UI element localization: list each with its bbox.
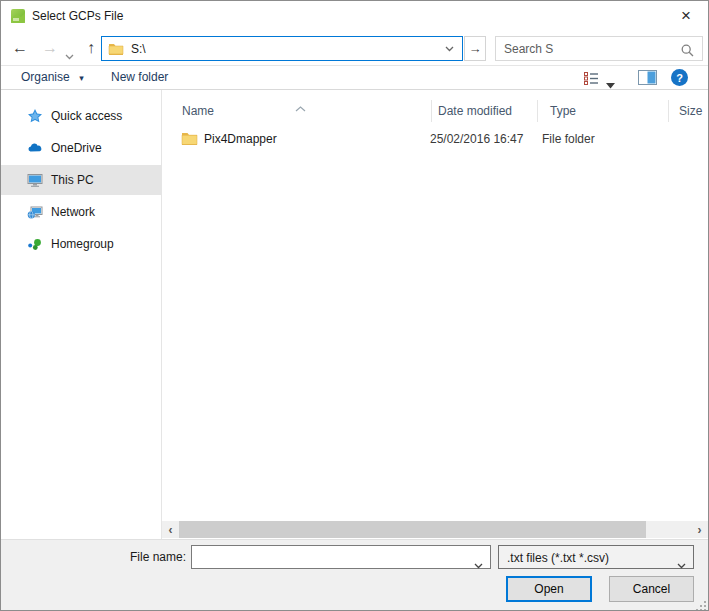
sidebar-item-quick-access[interactable]: Quick access (1, 101, 161, 131)
help-button[interactable]: ? (671, 69, 688, 86)
organise-label: Organise (21, 70, 70, 84)
file-name-label: File name: (96, 550, 186, 564)
open-button[interactable]: Open (506, 576, 592, 602)
column-header-name[interactable]: Name (182, 104, 214, 118)
go-button[interactable]: → (464, 36, 486, 61)
address-chevron-icon[interactable] (445, 46, 454, 52)
network-icon (27, 204, 43, 220)
folder-icon (108, 42, 124, 55)
cancel-button[interactable]: Cancel (609, 576, 694, 602)
monitor-icon (27, 172, 43, 188)
preview-pane-icon[interactable] (638, 70, 657, 89)
scroll-left-icon[interactable]: ‹ (162, 521, 179, 538)
column-divider[interactable] (668, 100, 669, 122)
view-options-caret-icon[interactable] (606, 75, 615, 93)
new-folder-label: New folder (111, 70, 168, 84)
forward-button[interactable]: → (37, 31, 63, 65)
scrollbar-thumb[interactable] (179, 521, 646, 538)
star-icon (27, 108, 43, 124)
sidebar-item-label: This PC (51, 165, 94, 195)
column-header-size[interactable]: Size (679, 104, 702, 118)
file-name: Pix4Dmapper (204, 132, 277, 146)
sidebar-item-label: Homegroup (51, 229, 114, 259)
select-gcps-dialog: Select GCPs File × ← → ↑ S:\ → (0, 0, 709, 611)
close-button[interactable]: × (664, 1, 708, 31)
view-options-icon[interactable] (584, 71, 599, 89)
app-icon (10, 8, 26, 24)
search-box[interactable] (495, 36, 703, 61)
homegroup-icon (27, 236, 43, 252)
file-type-combobox[interactable]: .txt files (*.txt *.csv) (498, 545, 694, 569)
file-name-input[interactable] (192, 546, 490, 568)
sidebar-item-onedrive[interactable]: OneDrive (1, 133, 161, 163)
file-type: File folder (542, 132, 595, 146)
address-text: S:\ (131, 42, 146, 56)
sidebar: Quick access OneDrive This PC (1, 90, 161, 539)
folder-icon (181, 131, 198, 149)
up-button[interactable]: ↑ (79, 31, 103, 65)
sidebar-item-label: Quick access (51, 101, 122, 131)
new-folder-button[interactable]: New folder (111, 65, 168, 89)
footer-panel: File name: .txt files (*.txt *.csv) Open… (1, 539, 708, 611)
window-title: Select GCPs File (32, 9, 123, 23)
cloud-icon (27, 140, 43, 156)
sidebar-item-label: OneDrive (51, 133, 102, 163)
organise-button[interactable]: Organise ▾ (21, 65, 84, 89)
file-name-combobox[interactable] (191, 545, 491, 569)
toolbar-top-divider (1, 65, 708, 66)
resize-grip[interactable] (695, 598, 707, 611)
file-row[interactable]: Pix4Dmapper 25/02/2016 16:47 File folder (162, 128, 708, 150)
help-glyph: ? (676, 72, 683, 84)
title-bar: Select GCPs File × (1, 1, 708, 31)
file-type-value: .txt files (*.txt *.csv) (507, 551, 609, 565)
back-button[interactable]: ← (7, 31, 33, 65)
sort-ascending-icon (295, 98, 306, 116)
column-divider[interactable] (431, 100, 432, 122)
search-input[interactable] (496, 37, 702, 60)
column-divider[interactable] (537, 100, 538, 122)
chevron-down-icon[interactable] (474, 555, 483, 573)
search-icon[interactable] (681, 43, 694, 61)
column-header-date-modified[interactable]: Date modified (438, 104, 512, 118)
sidebar-item-homegroup[interactable]: Homegroup (1, 229, 161, 259)
sidebar-item-this-pc[interactable]: This PC (1, 165, 161, 195)
recent-locations-chevron-icon[interactable] (65, 46, 74, 64)
scroll-right-icon[interactable]: › (691, 521, 708, 538)
chevron-down-icon[interactable] (677, 555, 686, 573)
organise-caret-icon: ▾ (79, 73, 84, 83)
sidebar-item-network[interactable]: Network (1, 197, 161, 227)
sidebar-divider (161, 90, 162, 539)
sidebar-item-label: Network (51, 197, 95, 227)
horizontal-scrollbar[interactable]: ‹ › (162, 521, 708, 538)
address-bar[interactable]: S:\ (101, 36, 463, 61)
column-header-type[interactable]: Type (550, 104, 576, 118)
file-date-modified: 25/02/2016 16:47 (430, 132, 523, 146)
